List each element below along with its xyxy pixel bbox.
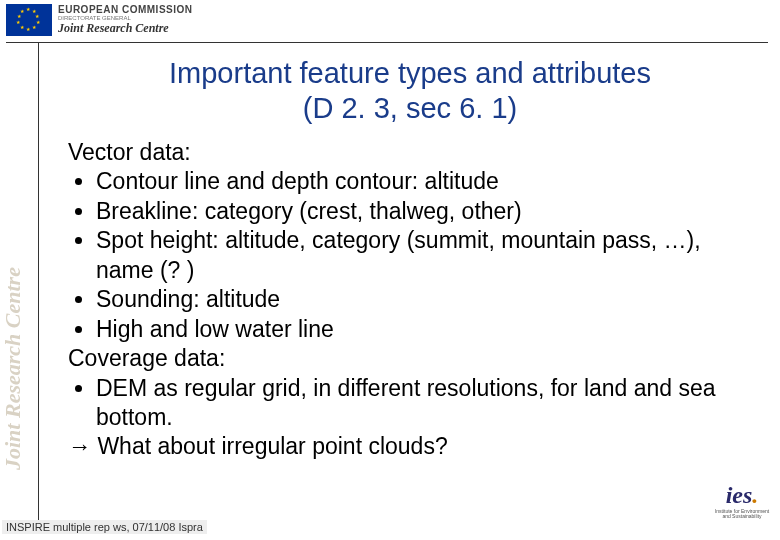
org-text: EUROPEAN COMMISSION DIRECTORATE GENERAL … bbox=[58, 4, 193, 35]
list-item: DEM as regular grid, in different resolu… bbox=[96, 374, 740, 433]
coverage-list: DEM as regular grid, in different resolu… bbox=[68, 374, 740, 433]
vector-header: Vector data: bbox=[68, 138, 740, 167]
list-item: Contour line and depth contour: altitude bbox=[96, 167, 740, 196]
ies-sub: Institute for Environment and Sustainabi… bbox=[714, 509, 770, 519]
ies-mark: ies. bbox=[726, 482, 759, 509]
arrow-line: What about irregular point clouds? bbox=[68, 432, 740, 461]
sidebar: Joint Research Centre bbox=[2, 60, 30, 480]
divider-horizontal bbox=[6, 42, 768, 43]
ies-logo: ies. Institute for Environment and Susta… bbox=[714, 482, 770, 532]
vector-list: Contour line and depth contour: altitude… bbox=[68, 167, 740, 344]
org-top: EUROPEAN COMMISSION bbox=[58, 4, 193, 15]
eu-flag-icon: ★ ★ ★ ★ ★ ★ ★ ★ ★ ★ bbox=[6, 4, 52, 36]
header: ★ ★ ★ ★ ★ ★ ★ ★ ★ ★ EUROPEAN COMMISSION … bbox=[6, 4, 193, 36]
org-bot: Joint Research Centre bbox=[58, 22, 193, 35]
footer-text: INSPIRE multiple rep ws, 07/11/08 Ispra bbox=[2, 520, 207, 534]
coverage-header: Coverage data: bbox=[68, 344, 740, 373]
list-item: Spot height: altitude, category (summit,… bbox=[96, 226, 740, 285]
list-item: Breakline: category (crest, thalweg, oth… bbox=[96, 197, 740, 226]
list-item: Sounding: altitude bbox=[96, 285, 740, 314]
content: Vector data: Contour line and depth cont… bbox=[68, 138, 740, 462]
slide-title: Important feature types and attributes (… bbox=[60, 56, 760, 126]
title-line1: Important feature types and attributes bbox=[169, 57, 651, 89]
title-line2: (D 2. 3, sec 6. 1) bbox=[303, 92, 517, 124]
sidebar-label: Joint Research Centre bbox=[2, 267, 25, 471]
divider-vertical bbox=[38, 42, 39, 524]
list-item: High and low water line bbox=[96, 315, 740, 344]
